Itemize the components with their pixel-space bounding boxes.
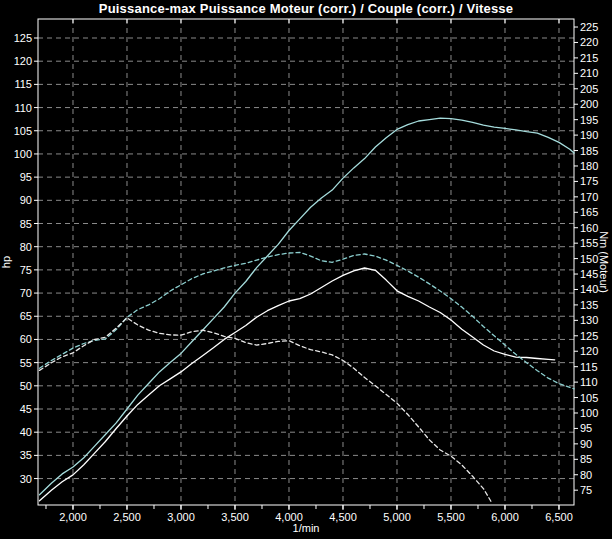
x-tick-label: 5,500 [437, 511, 465, 523]
y-left-tick-label: 50 [20, 380, 32, 392]
y-right-tick-label: 160 [580, 222, 598, 234]
y-left-tick-label: 75 [20, 264, 32, 276]
curve-couple-corr-cyan-dashed [40, 252, 575, 389]
y-right-tick-label: 80 [580, 469, 592, 481]
curve-puissance-corr-cyan-solid [40, 118, 575, 495]
dyno-chart-window: Puissance-max Puissance Moteur (corr.) /… [0, 0, 612, 539]
y-right-tick-label: 135 [580, 299, 598, 311]
y-right-tick-label: 210 [580, 67, 598, 79]
chart-title: Puissance-max Puissance Moteur (corr.) /… [0, 1, 612, 16]
y-left-tick-label: 40 [20, 426, 32, 438]
y-left-tick-label: 100 [14, 148, 32, 160]
y-left-tick-label: 45 [20, 403, 32, 415]
y-right-tick-label: 110 [580, 376, 598, 388]
y-right-tick-label: 190 [580, 129, 598, 141]
y-right-tick-label: 100 [580, 407, 598, 419]
y-right-tick-label: 205 [580, 83, 598, 95]
x-tick-label: 2,500 [113, 511, 141, 523]
y-left-tick-label: 55 [20, 357, 32, 369]
y-right-tick-label: 75 [580, 484, 592, 496]
y-left-tick-label: 110 [14, 102, 32, 114]
y-left-tick-label: 90 [20, 194, 32, 206]
y-right-tick-label: 90 [580, 438, 592, 450]
y-left-tick-label: 105 [14, 125, 32, 137]
y-right-tick-label: 220 [580, 36, 598, 48]
y-left-tick-label: 95 [20, 171, 32, 183]
y-right-tick-label: 115 [580, 361, 598, 373]
y-left-tick-label: 60 [20, 333, 32, 345]
chart-plot-area: 1251201151101051009590858075706560555045… [0, 0, 612, 539]
x-tick-label: 6,500 [545, 511, 573, 523]
y-right-tick-label: 195 [580, 114, 598, 126]
y-right-tick-label: 145 [580, 268, 598, 280]
y-axis-label-right: Nm (Moteur) [598, 224, 610, 300]
y-right-tick-label: 105 [580, 392, 598, 404]
y-right-tick-label: 120 [580, 345, 598, 357]
y-right-tick-label: 140 [580, 283, 598, 295]
y-right-tick-label: 155 [580, 237, 598, 249]
y-left-tick-label: 65 [20, 310, 32, 322]
y-right-tick-label: 95 [580, 422, 592, 434]
y-right-tick-label: 170 [580, 191, 598, 203]
y-left-tick-label: 120 [14, 55, 32, 67]
y-right-tick-label: 225 [580, 21, 598, 33]
y-left-tick-label: 35 [20, 449, 32, 461]
plot-frame [38, 19, 574, 505]
y-left-tick-label: 85 [20, 218, 32, 230]
x-axis-label: 1/min [256, 522, 356, 534]
y-left-tick-label: 115 [14, 78, 32, 90]
x-tick-label: 5,000 [383, 511, 411, 523]
x-tick-label: 3,500 [221, 511, 249, 523]
y-right-tick-label: 165 [580, 206, 598, 218]
y-axis-label-left: hp [0, 232, 12, 292]
y-right-tick-label: 130 [580, 314, 598, 326]
x-tick-label: 6,000 [491, 511, 519, 523]
curve-puissance-white-solid [40, 268, 555, 501]
y-right-tick-label: 215 [580, 52, 598, 64]
y-right-tick-label: 125 [580, 330, 598, 342]
curve-couple-white-dashed [40, 318, 493, 503]
y-right-tick-label: 200 [580, 98, 598, 110]
y-right-tick-label: 180 [580, 160, 598, 172]
y-left-tick-label: 80 [20, 241, 32, 253]
y-right-tick-label: 85 [580, 453, 592, 465]
y-right-tick-label: 150 [580, 253, 598, 265]
y-left-tick-label: 70 [20, 287, 32, 299]
y-right-tick-label: 175 [580, 175, 598, 187]
y-left-tick-label: 30 [20, 473, 32, 485]
y-left-tick-label: 125 [14, 32, 32, 44]
x-tick-label: 3,000 [167, 511, 195, 523]
x-tick-label: 2,000 [59, 511, 87, 523]
y-right-tick-label: 185 [580, 145, 598, 157]
